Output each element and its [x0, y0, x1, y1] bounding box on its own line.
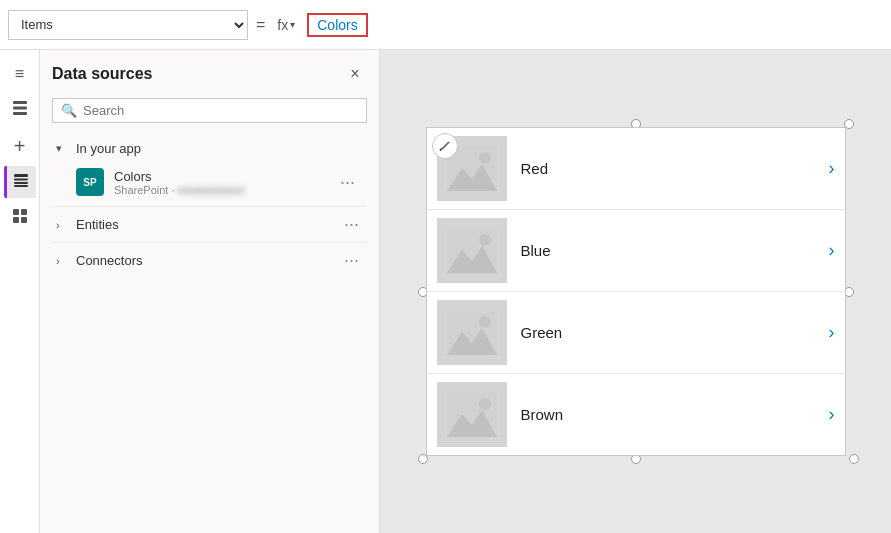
component-icon-btn[interactable] — [4, 202, 36, 234]
chevron-right-icon-2: › — [56, 255, 70, 267]
chevron-right-icon: › — [56, 219, 70, 231]
equals-sign: = — [256, 16, 265, 34]
image-placeholder-icon-4 — [447, 392, 497, 437]
thumbnail-brown — [437, 382, 507, 447]
svg-point-17 — [479, 234, 491, 246]
colors-datasource-info: Colors SharePoint · ●●●●●●●●●● — [114, 169, 336, 196]
row-chevron-blue[interactable]: › — [829, 240, 835, 261]
hamburger-icon-btn[interactable]: ≡ — [4, 58, 36, 90]
add-icon: + — [14, 135, 26, 158]
handle-bottom-right — [849, 454, 859, 464]
connectors-menu-dots[interactable]: ··· — [340, 250, 363, 271]
svg-point-23 — [479, 398, 491, 410]
layers-icon — [11, 99, 29, 121]
thumbnail-blue — [437, 218, 507, 283]
data-sources-panel: Data sources × 🔍 ▾ In your app SP Colors… — [40, 50, 380, 533]
sharepoint-icon: SP — [83, 177, 96, 188]
gallery-row-brown[interactable]: Brown › — [427, 374, 845, 455]
chevron-down-icon: ▾ — [290, 19, 295, 30]
connectors-section-item[interactable]: › Connectors ··· — [52, 242, 367, 278]
svg-rect-2 — [13, 112, 27, 115]
colors-datasource-icon: SP — [76, 168, 104, 196]
top-bar: Items = fx ▾ Colors — [0, 0, 891, 50]
data-icon-btn[interactable] — [4, 166, 36, 198]
close-button[interactable]: × — [343, 62, 367, 86]
row-label-green: Green — [521, 324, 829, 341]
svg-point-20 — [479, 316, 491, 328]
colors-source-blurred: ●●●●●●●●●● — [178, 184, 244, 196]
entities-menu-dots[interactable]: ··· — [340, 214, 363, 235]
colors-menu-dots[interactable]: ··· — [336, 172, 359, 193]
colors-datasource-name: Colors — [114, 169, 336, 184]
canvas-area: Red › Blue › — [380, 50, 891, 533]
svg-rect-5 — [14, 182, 28, 184]
colors-datasource-item[interactable]: SP Colors SharePoint · ●●●●●●●●●● ··· — [52, 162, 367, 202]
row-chevron-red[interactable]: › — [829, 158, 835, 179]
svg-rect-0 — [13, 101, 27, 104]
panel-header: Data sources × — [52, 62, 367, 86]
row-label-brown: Brown — [521, 406, 829, 423]
svg-rect-1 — [13, 107, 27, 110]
svg-rect-10 — [21, 217, 27, 223]
gallery-widget: Red › Blue › — [426, 127, 846, 456]
data-icon — [12, 171, 30, 193]
in-your-app-section: ▾ In your app SP Colors SharePoint · ●●●… — [52, 135, 367, 202]
gallery-row-blue[interactable]: Blue › — [427, 210, 845, 292]
svg-point-14 — [479, 152, 491, 164]
gallery-row-green[interactable]: Green › — [427, 292, 845, 374]
main-layout: ≡ + — [0, 50, 891, 533]
formula-select[interactable]: Items — [8, 10, 248, 40]
layers-icon-btn[interactable] — [4, 94, 36, 126]
svg-rect-3 — [14, 174, 28, 177]
image-placeholder-icon-2 — [447, 228, 497, 273]
svg-rect-8 — [21, 209, 27, 215]
colors-datasource-source: SharePoint · ●●●●●●●●●● — [114, 184, 336, 196]
row-label-red: Red — [521, 160, 829, 177]
entities-section-item[interactable]: › Entities ··· — [52, 206, 367, 242]
fx-button[interactable]: fx ▾ — [273, 15, 299, 35]
icon-sidebar: ≡ + — [0, 50, 40, 533]
chevron-down-icon: ▾ — [56, 142, 70, 155]
gallery-row-red[interactable]: Red › — [427, 128, 845, 210]
search-icon: 🔍 — [61, 103, 77, 118]
svg-rect-4 — [14, 179, 28, 181]
in-your-app-label: In your app — [76, 141, 141, 156]
gallery-container: Red › Blue › — [426, 127, 846, 456]
edit-button[interactable] — [432, 133, 458, 159]
pencil-icon — [438, 139, 452, 153]
svg-rect-9 — [13, 217, 19, 223]
row-chevron-brown[interactable]: › — [829, 404, 835, 425]
fx-label: fx — [277, 17, 288, 33]
search-box: 🔍 — [52, 98, 367, 123]
svg-rect-7 — [13, 209, 19, 215]
search-input[interactable] — [83, 103, 358, 118]
connectors-label: Connectors — [76, 253, 142, 268]
component-icon — [11, 207, 29, 229]
row-chevron-green[interactable]: › — [829, 322, 835, 343]
svg-line-11 — [440, 150, 441, 152]
entities-label: Entities — [76, 217, 119, 232]
add-icon-btn[interactable]: + — [4, 130, 36, 162]
in-your-app-item[interactable]: ▾ In your app — [52, 135, 367, 162]
row-label-blue: Blue — [521, 242, 829, 259]
hamburger-icon: ≡ — [15, 65, 24, 83]
image-placeholder-icon-3 — [447, 310, 497, 355]
formula-bar-value[interactable]: Colors — [307, 13, 367, 37]
thumbnail-green — [437, 300, 507, 365]
svg-rect-6 — [14, 185, 28, 187]
panel-title: Data sources — [52, 65, 153, 83]
